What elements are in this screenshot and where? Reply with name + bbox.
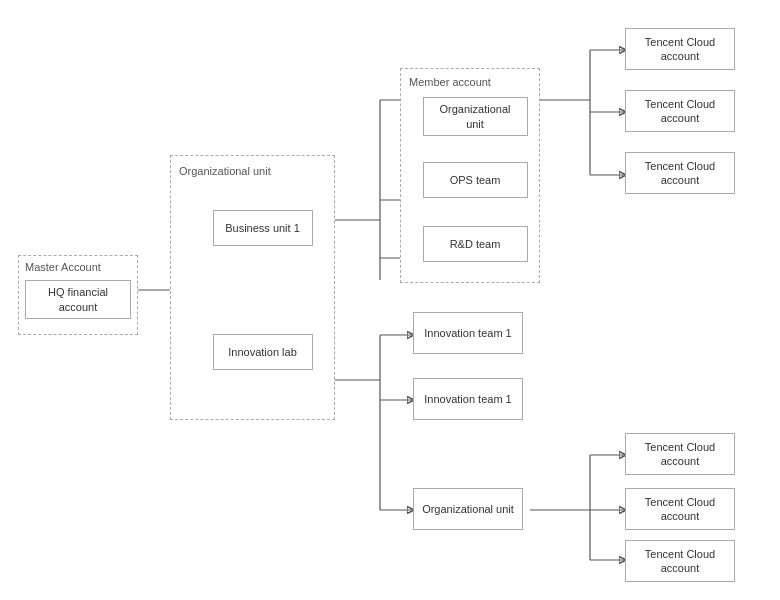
master-account-container: Master Account HQ financial account [18, 255, 138, 335]
hq-financial-node: HQ financial account [25, 280, 131, 319]
business-unit-1-node: Business unit 1 [213, 210, 313, 246]
diagram: Master Account HQ financial account Orga… [0, 0, 780, 600]
tencent-4-node: Tencent Cloud account [625, 433, 735, 475]
org-unit-left-label: Organizational unit [179, 164, 271, 178]
ops-team-node: OPS team [423, 162, 528, 198]
rd-team-node: R&D team [423, 226, 528, 262]
org-unit-top-node: Organizational unit [423, 97, 528, 136]
member-account-container: Member account Organizational unit OPS t… [400, 68, 540, 283]
innovation-lab-node: Innovation lab [213, 334, 313, 370]
tencent-3-node: Tencent Cloud account [625, 152, 735, 194]
org-unit-left-container: Organizational unit Business unit 1 Inno… [170, 155, 335, 420]
member-account-label: Member account [409, 75, 491, 89]
org-unit-bottom-node: Organizational unit [413, 488, 523, 530]
innovation-team-1a-node: Innovation team 1 [413, 312, 523, 354]
tencent-6-node: Tencent Cloud account [625, 540, 735, 582]
innovation-team-1b-node: Innovation team 1 [413, 378, 523, 420]
tencent-5-node: Tencent Cloud account [625, 488, 735, 530]
tencent-1-node: Tencent Cloud account [625, 28, 735, 70]
master-account-label: Master Account [25, 260, 101, 274]
tencent-2-node: Tencent Cloud account [625, 90, 735, 132]
